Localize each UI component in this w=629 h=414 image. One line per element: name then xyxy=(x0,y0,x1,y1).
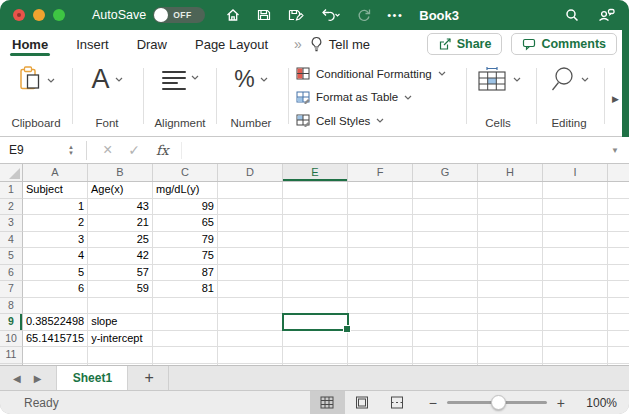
cell-F4[interactable] xyxy=(348,232,413,249)
cell-D3[interactable] xyxy=(218,215,283,232)
search-icon[interactable] xyxy=(564,7,580,23)
cell-C9[interactable] xyxy=(153,314,218,331)
select-all-corner[interactable] xyxy=(0,164,23,181)
sheet-tab-sheet1[interactable]: Sheet1 xyxy=(56,366,128,390)
cell-I7[interactable] xyxy=(543,281,608,298)
cell-B3[interactable]: 21 xyxy=(88,215,153,232)
cell-C5[interactable]: 75 xyxy=(153,248,218,265)
cell-G9[interactable] xyxy=(413,314,478,331)
comments-button[interactable]: Comments xyxy=(511,33,617,55)
name-box-stepper[interactable]: ▲▼ xyxy=(62,145,80,156)
conditional-formatting-button[interactable]: Conditional Formatting xyxy=(296,66,464,81)
selection-box[interactable] xyxy=(282,313,349,331)
cell-H9[interactable] xyxy=(478,314,543,331)
number-group[interactable]: % Number xyxy=(222,65,280,129)
cell-I10[interactable] xyxy=(543,331,608,348)
column-header-B[interactable]: B xyxy=(88,164,153,181)
undo-icon[interactable] xyxy=(319,7,341,23)
cell-D12[interactable] xyxy=(218,364,283,366)
row-header-12[interactable]: 12 xyxy=(0,364,23,366)
cell-B4[interactable]: 25 xyxy=(88,232,153,249)
maximize-button[interactable] xyxy=(53,9,65,21)
row-header-11[interactable]: 11 xyxy=(0,347,23,364)
cell-A10[interactable]: 65.1415715 xyxy=(23,331,88,348)
cell-B1[interactable]: Age(x) xyxy=(88,182,153,199)
cell-B12[interactable] xyxy=(88,364,153,366)
normal-view-button[interactable] xyxy=(310,391,345,414)
cell-G2[interactable] xyxy=(413,199,478,216)
cell-C4[interactable]: 79 xyxy=(153,232,218,249)
cell-B10[interactable]: y-intercept xyxy=(88,331,153,348)
cell-A1[interactable]: Subject xyxy=(23,182,88,199)
tab-draw[interactable]: Draw xyxy=(135,30,169,58)
cell-D2[interactable] xyxy=(218,199,283,216)
cell-I11[interactable] xyxy=(543,347,608,364)
column-header-G[interactable]: G xyxy=(413,164,478,181)
cell-F3[interactable] xyxy=(348,215,413,232)
page-break-view-button[interactable] xyxy=(380,391,415,414)
cell-D8[interactable] xyxy=(218,298,283,315)
cell-F7[interactable] xyxy=(348,281,413,298)
autosave-toggle[interactable]: OFF xyxy=(153,7,205,23)
row-header-1[interactable]: 1 xyxy=(0,182,23,199)
row-header-2[interactable]: 2 xyxy=(0,199,23,216)
cell-H7[interactable] xyxy=(478,281,543,298)
cell-H3[interactable] xyxy=(478,215,543,232)
cell-E2[interactable] xyxy=(283,199,348,216)
cell-A4[interactable]: 3 xyxy=(23,232,88,249)
sheet-nav-right-icon[interactable]: ▶ xyxy=(34,373,42,384)
tab-page-layout[interactable]: Page Layout xyxy=(193,30,270,58)
cell-I3[interactable] xyxy=(543,215,608,232)
cell-H8[interactable] xyxy=(478,298,543,315)
cell-B9[interactable]: slope xyxy=(88,314,153,331)
ribbon-scroll-right-icon[interactable]: ▶ xyxy=(612,94,619,104)
cell-H2[interactable] xyxy=(478,199,543,216)
cell-G10[interactable] xyxy=(413,331,478,348)
cell-D10[interactable] xyxy=(218,331,283,348)
cell-H5[interactable] xyxy=(478,248,543,265)
page-layout-view-button[interactable] xyxy=(345,391,380,414)
cell-A7[interactable]: 6 xyxy=(23,281,88,298)
minimize-button[interactable] xyxy=(33,9,45,21)
cell-E7[interactable] xyxy=(283,281,348,298)
cell-C11[interactable] xyxy=(153,347,218,364)
tell-me-control[interactable]: Tell me xyxy=(310,36,370,52)
account-icon[interactable] xyxy=(597,7,616,23)
cell-D1[interactable] xyxy=(218,182,283,199)
column-header-F[interactable]: F xyxy=(348,164,413,181)
column-header-I[interactable]: I xyxy=(543,164,608,181)
row-header-7[interactable]: 7 xyxy=(0,281,23,298)
cell-D11[interactable] xyxy=(218,347,283,364)
cell-I12[interactable] xyxy=(543,364,608,366)
cell-H10[interactable] xyxy=(478,331,543,348)
cell-F1[interactable] xyxy=(348,182,413,199)
zoom-out-button[interactable]: − xyxy=(429,395,437,411)
home-icon[interactable] xyxy=(225,7,241,23)
sheet-nav-left-icon[interactable]: ◀ xyxy=(13,373,21,384)
cell-A6[interactable]: 5 xyxy=(23,265,88,282)
cell-G8[interactable] xyxy=(413,298,478,315)
cell-H4[interactable] xyxy=(478,232,543,249)
cell-C8[interactable] xyxy=(153,298,218,315)
alignment-group[interactable]: Alignment xyxy=(148,65,212,129)
cell-F5[interactable] xyxy=(348,248,413,265)
column-header-H[interactable]: H xyxy=(478,164,543,181)
column-header-C[interactable]: C xyxy=(153,164,218,181)
row-header-8[interactable]: 8 xyxy=(0,298,23,315)
cell-G12[interactable] xyxy=(413,364,478,366)
row-header-10[interactable]: 10 xyxy=(0,331,23,348)
name-box[interactable]: E9 xyxy=(0,143,62,157)
cell-G5[interactable] xyxy=(413,248,478,265)
add-sheet-button[interactable]: + xyxy=(144,369,153,387)
cell-E8[interactable] xyxy=(283,298,348,315)
zoom-percentage[interactable]: 100% xyxy=(571,396,617,410)
enter-icon[interactable]: ✓ xyxy=(128,142,140,158)
cell-H12[interactable] xyxy=(478,364,543,366)
row-header-3[interactable]: 3 xyxy=(0,215,23,232)
close-button[interactable] xyxy=(13,9,25,21)
tab-home[interactable]: Home xyxy=(10,30,50,58)
cell-I1[interactable] xyxy=(543,182,608,199)
cell-E12[interactable] xyxy=(283,364,348,366)
cell-C1[interactable]: mg/dL(y) xyxy=(153,182,218,199)
cell-E5[interactable] xyxy=(283,248,348,265)
